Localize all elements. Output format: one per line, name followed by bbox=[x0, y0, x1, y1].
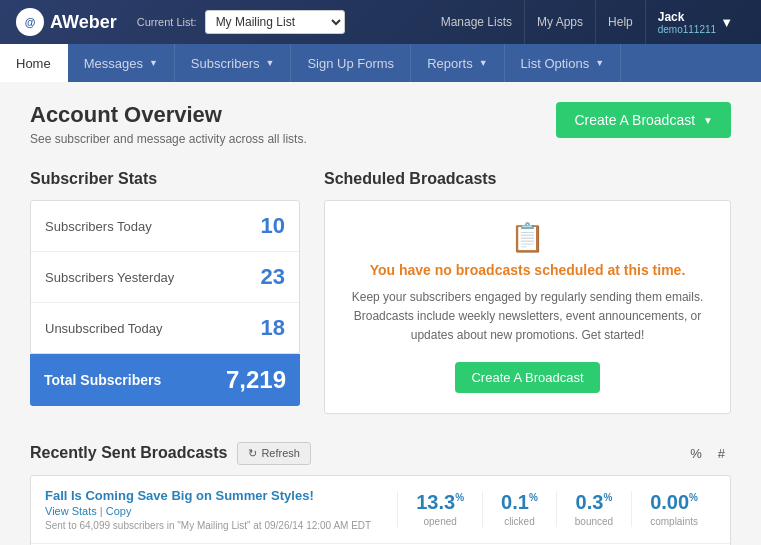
stat-value-unsubscribed: 18 bbox=[261, 315, 285, 341]
nav-home[interactable]: Home bbox=[0, 44, 68, 82]
total-row: Total Subscribers 7,219 bbox=[30, 354, 300, 406]
create-broadcast-small-button[interactable]: Create A Broadcast bbox=[455, 362, 599, 393]
user-name: Jack bbox=[658, 10, 716, 24]
nav-messages[interactable]: Messages ▼ bbox=[68, 44, 175, 82]
user-email: demo111211 bbox=[658, 24, 716, 35]
refresh-icon: ↻ bbox=[248, 447, 257, 460]
stat-value-yesterday: 23 bbox=[261, 264, 285, 290]
recently-header-row: Recently Sent Broadcasts ↻ Refresh % # bbox=[30, 442, 731, 465]
stat-label-unsubscribed: Unsubscribed Today bbox=[45, 321, 163, 336]
view-toggle: % # bbox=[684, 444, 731, 463]
scheduled-broadcasts-section: Scheduled Broadcasts 📋 You have no broad… bbox=[324, 170, 731, 414]
opened-value-1: 13.3% bbox=[416, 491, 464, 514]
refresh-button[interactable]: ↻ Refresh bbox=[237, 442, 311, 465]
stat-label-today: Subscribers Today bbox=[45, 219, 152, 234]
two-col-layout: Subscriber Stats Subscribers Today 10 Su… bbox=[30, 170, 731, 414]
current-list-label: Current List: bbox=[137, 16, 197, 28]
page-header-left: Account Overview See subscriber and mess… bbox=[30, 102, 307, 146]
stat-row-yesterday: Subscribers Yesterday 23 bbox=[31, 252, 299, 303]
percent-view-button[interactable]: % bbox=[684, 444, 708, 463]
stat-bounced-1: 0.3% bounced bbox=[556, 491, 631, 527]
stat-label-yesterday: Subscribers Yesterday bbox=[45, 270, 174, 285]
nav-list-options[interactable]: List Options ▼ bbox=[505, 44, 622, 82]
reports-caret-icon: ▼ bbox=[479, 58, 488, 68]
opened-label-1: opened bbox=[416, 516, 464, 527]
stat-value-today: 10 bbox=[261, 213, 285, 239]
user-menu[interactable]: Jack demo111211 ▼ bbox=[646, 0, 745, 44]
manage-lists-link[interactable]: Manage Lists bbox=[429, 0, 525, 44]
subscriber-stats-title: Subscriber Stats bbox=[30, 170, 300, 188]
complaints-value-1: 0.00% bbox=[650, 491, 698, 514]
stats-table: Subscribers Today 10 Subscribers Yesterd… bbox=[30, 200, 300, 354]
clicked-value-1: 0.1% bbox=[501, 491, 538, 514]
no-broadcasts-title: You have no broadcasts scheduled at this… bbox=[345, 262, 710, 278]
help-link[interactable]: Help bbox=[596, 0, 646, 44]
hash-view-button[interactable]: # bbox=[712, 444, 731, 463]
stat-row-unsubscribed: Unsubscribed Today 18 bbox=[31, 303, 299, 353]
complaints-label-1: complaints bbox=[650, 516, 698, 527]
header-center: Current List: My Mailing List bbox=[137, 10, 429, 34]
no-broadcasts-icon: 📋 bbox=[345, 221, 710, 254]
header-nav: Manage Lists My Apps Help Jack demo11121… bbox=[429, 0, 745, 44]
logo-text: AWeber bbox=[50, 12, 117, 33]
broadcast-stats-1: 13.3% opened 0.1% clicked 0.3% bbox=[397, 491, 716, 527]
page-header: Account Overview See subscriber and mess… bbox=[30, 102, 731, 146]
create-broadcast-caret-icon: ▼ bbox=[703, 115, 713, 126]
user-dropdown-icon: ▼ bbox=[720, 15, 733, 30]
broadcast-actions-1: View Stats | Copy bbox=[45, 505, 397, 517]
broadcast-info-1: Fall Is Coming Save Big on Summer Styles… bbox=[45, 488, 397, 531]
broadcast-item: Fall Is Coming Save Big on Summer Styles… bbox=[31, 476, 730, 544]
create-broadcast-button[interactable]: Create A Broadcast ▼ bbox=[556, 102, 731, 138]
stat-row-today: Subscribers Today 10 bbox=[31, 201, 299, 252]
subscriber-stats-section: Subscriber Stats Subscribers Today 10 Su… bbox=[30, 170, 300, 414]
my-apps-link[interactable]: My Apps bbox=[525, 0, 596, 44]
bounced-value-1: 0.3% bbox=[576, 491, 613, 514]
clicked-label-1: clicked bbox=[501, 516, 538, 527]
nav-subscribers[interactable]: Subscribers ▼ bbox=[175, 44, 292, 82]
recently-sent-title: Recently Sent Broadcasts bbox=[30, 444, 227, 462]
nav-reports[interactable]: Reports ▼ bbox=[411, 44, 504, 82]
copy-link-1[interactable]: Copy bbox=[106, 505, 132, 517]
logo-icon: @ bbox=[16, 8, 44, 36]
subscribers-caret-icon: ▼ bbox=[266, 58, 275, 68]
total-label: Total Subscribers bbox=[44, 372, 161, 388]
logo: @ AWeber bbox=[16, 8, 117, 36]
recently-sent-section: Recently Sent Broadcasts ↻ Refresh % # F… bbox=[30, 442, 731, 545]
no-broadcasts-desc: Keep your subscribers engaged by regular… bbox=[345, 288, 710, 346]
bounced-label-1: bounced bbox=[575, 516, 613, 527]
current-list-select[interactable]: My Mailing List bbox=[205, 10, 345, 34]
broadcast-list: Fall Is Coming Save Big on Summer Styles… bbox=[30, 475, 731, 545]
page-subtitle: See subscriber and message activity acro… bbox=[30, 132, 307, 146]
nav-bar: Home Messages ▼ Subscribers ▼ Sign Up Fo… bbox=[0, 44, 761, 82]
total-value: 7,219 bbox=[226, 366, 286, 394]
stat-clicked-1: 0.1% clicked bbox=[482, 491, 556, 527]
top-header: @ AWeber Current List: My Mailing List M… bbox=[0, 0, 761, 44]
nav-signup-forms[interactable]: Sign Up Forms bbox=[291, 44, 411, 82]
broadcast-name-1[interactable]: Fall Is Coming Save Big on Summer Styles… bbox=[45, 488, 397, 503]
stat-complaints-1: 0.00% complaints bbox=[631, 491, 716, 527]
broadcast-sent-1: Sent to 64,099 subscribers in "My Mailin… bbox=[45, 520, 397, 531]
scheduled-broadcasts-box: 📋 You have no broadcasts scheduled at th… bbox=[324, 200, 731, 414]
stat-opened-1: 13.3% opened bbox=[397, 491, 482, 527]
list-options-caret-icon: ▼ bbox=[595, 58, 604, 68]
view-stats-link-1[interactable]: View Stats bbox=[45, 505, 97, 517]
scheduled-broadcasts-title: Scheduled Broadcasts bbox=[324, 170, 731, 188]
main-content: Account Overview See subscriber and mess… bbox=[0, 82, 761, 545]
page-title: Account Overview bbox=[30, 102, 307, 128]
messages-caret-icon: ▼ bbox=[149, 58, 158, 68]
